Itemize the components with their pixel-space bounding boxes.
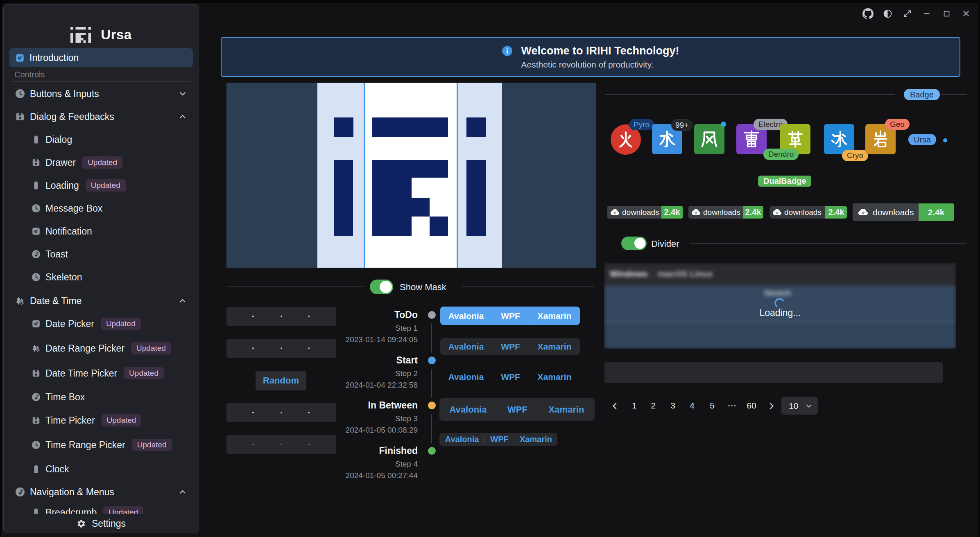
tab-windows[interactable]: Windows [610,269,647,279]
floppy-icon [32,369,41,378]
sidebar-item-date-time[interactable]: Date & Time [9,291,193,310]
avalonia-button[interactable]: Avalonia [440,370,492,384]
xamarin-button[interactable]: Xamarin [529,338,580,355]
divider-line [462,287,594,287]
github-icon[interactable] [858,4,878,23]
sidebar-divider [11,81,191,82]
wpf-button[interactable]: WPF [485,433,514,446]
timeline-connector [431,369,432,398]
sidebar-item-settings[interactable]: Settings [4,514,199,533]
sidebar-item-buttons-inputs[interactable]: Buttons & Inputs [9,84,193,103]
sidebar-item-dialog-feedbacks[interactable]: Dialog & Feedbacks [9,107,193,126]
battery-icon [32,465,41,474]
close-icon[interactable] [956,4,976,23]
pagination-page-3[interactable]: 3 [665,400,681,411]
xamarin-button[interactable]: Xamarin [514,433,557,446]
downloads-label: downloads [784,208,822,217]
floppy-icon [32,416,41,425]
empty-text-input[interactable] [604,362,943,383]
fullscreen-icon[interactable] [897,4,917,23]
sidebar-item-label: Time Box [45,392,85,403]
sidebar-item-date-range-picker[interactable]: Date Range Picker Updated [9,339,193,358]
sidebar-item-notification[interactable]: Notification [9,222,193,241]
pagination-page-2[interactable]: 2 [645,400,661,411]
pagination-page-5[interactable]: 5 [704,400,720,411]
sidebar-item-label: Breadcrumb [45,507,97,514]
framework-group-large: Avalonia WPF Xamarin [439,398,595,421]
avalonia-button[interactable]: Avalonia [439,433,484,446]
sidebar-item-breadcrumb[interactable]: Breadcrumb Updated [9,503,193,514]
pagination-page-1[interactable]: 1 [626,400,643,411]
sidebar-item-loading[interactable]: Loading Updated [9,176,193,195]
divider-toggle[interactable] [621,237,647,250]
sidebar-item-message-box[interactable]: Message Box [9,199,193,218]
sidebar-item-introduction[interactable]: Introduction [9,48,193,67]
sidebar-item-clock[interactable]: Clock [9,460,193,478]
timeline-connector [431,414,432,443]
wpf-button[interactable]: WPF [497,398,538,421]
downloads-value-part: 2.4k [661,206,683,219]
chevron-up-icon[interactable] [178,296,187,305]
divider-line [605,181,750,181]
downloads-dualbadge: downloads 2.4k [688,206,763,219]
wpf-button[interactable]: WPF [492,338,529,355]
xamarin-button[interactable]: Xamarin [529,370,580,384]
arrow-square-icon [32,319,41,328]
chevron-down-icon[interactable] [178,89,187,98]
pagination-page-4[interactable]: 4 [684,400,700,411]
tab-macos-linux[interactable]: macOS Linux [658,269,713,279]
sidebar-item-label: Notification [45,226,92,237]
theme-toggle-icon[interactable] [878,4,897,23]
avalonia-button[interactable]: Avalonia [440,338,492,355]
app-logo-row: Ursa [4,23,199,46]
sidebar-item-time-box[interactable]: Time Box [9,388,193,406]
page-size-select[interactable]: 10 [781,397,818,415]
divider-line [227,287,364,287]
sidebar-item-time-picker[interactable]: Time Picker Updated [9,411,193,430]
sidebar-item-label: Clock [45,464,69,475]
sidebar-item-time-range-picker[interactable]: Time Range Picker Updated [9,435,193,454]
sidebar-item-label: Date Range Picker [45,343,124,354]
sidebar-item-toast[interactable]: Toast [9,245,193,264]
sidebar-item-skeleton[interactable]: Skeleton [9,268,193,287]
gear-icon [77,519,86,528]
divider-line [809,181,966,181]
minimize-icon[interactable] [917,4,937,23]
sidebar-item-dialog[interactable]: Dialog [9,130,193,149]
xamarin-button[interactable]: Xamarin [529,307,580,325]
sidebar-item-date-picker[interactable]: Date Picker Updated [9,314,193,333]
downloads-label: downloads [873,208,914,217]
page-size-value: 10 [789,401,798,411]
sidebar-item-label: Time Picker [45,415,95,426]
sidebar-item-label: Dialog [45,134,72,145]
sidebar-item-date-time-picker[interactable]: Date Time Picker Updated [9,364,193,383]
chevron-up-icon[interactable] [178,487,187,496]
cloud-download-icon [611,208,619,217]
downloads-label-part: downloads [688,206,743,219]
updated-badge: Updated [86,179,126,192]
downloads-dualbadge: downloads 2.4k [853,203,954,221]
show-mask-toggle[interactable] [370,280,393,294]
pagination-ellipsis[interactable]: ••• [724,400,740,411]
pagination-prev-icon[interactable] [609,401,620,411]
battery-icon [32,135,41,144]
feng-avatar [694,124,724,154]
avalonia-button[interactable]: Avalonia [440,307,492,325]
timeline-step-title: Finished [319,445,418,456]
wpf-button[interactable]: WPF [492,307,529,325]
pagination-page-60[interactable]: 60 [743,400,760,411]
geo-badge: Geo [885,119,910,130]
divider-demo-label: Divider [651,239,679,249]
image-band-dark-right [502,83,596,268]
random-button[interactable]: Random [256,371,306,390]
xamarin-button[interactable]: Xamarin [538,398,595,421]
updated-badge: Updated [131,342,171,354]
wpf-button[interactable]: WPF [492,370,529,384]
battery-icon [32,181,41,190]
pagination-next-icon[interactable] [766,401,777,411]
sidebar-item-label: Message Box [45,203,102,214]
sidebar-item-drawer[interactable]: Drawer Updated [9,153,193,172]
maximize-icon[interactable] [937,4,956,23]
chevron-up-icon[interactable] [178,112,187,121]
avalonia-button[interactable]: Avalonia [439,398,497,421]
